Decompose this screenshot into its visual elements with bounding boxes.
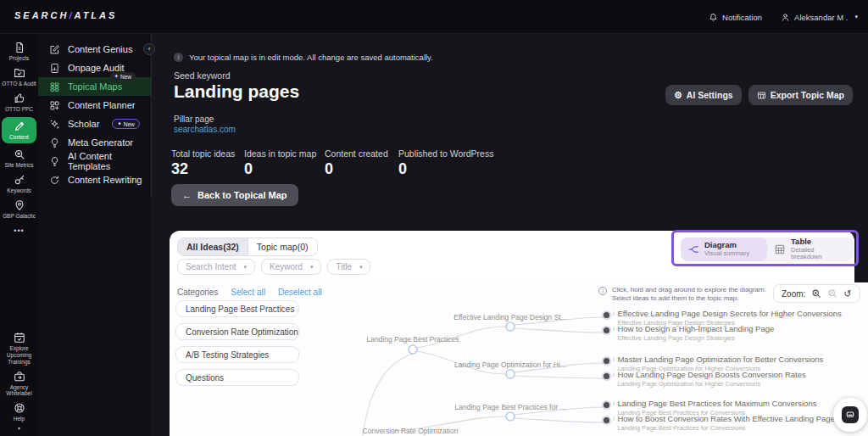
filter-label: Search Intent [186,262,236,271]
sidebar-item-label: Scholar [68,119,99,129]
tree-node-circle[interactable] [409,345,417,354]
rail-item-agency-whitelabel[interactable]: Agency Whitelabel [2,371,36,398]
pillar-page-link[interactable]: searchatlas.com [174,125,236,134]
idea-bullet[interactable] [604,417,609,423]
map-pin-icon [14,199,25,211]
sidebar-item-label: Content Rewriting [68,175,142,185]
idea-row[interactable]: i How to Boost Conversion Rates With Eff… [604,415,839,432]
rail-overflow-button[interactable]: ••• [14,226,24,235]
ai-settings-button[interactable]: ⚙ AI Settings [665,85,742,105]
chevron-down-icon: ▾ [359,264,363,271]
lightbulb-icon [49,156,60,167]
ideas-panel: All Ideas(32) Topic map(0) Search Intent… [170,231,854,282]
lifebuoy-icon [14,402,25,414]
keyword-filter[interactable]: Keyword ▾ [261,259,321,275]
tree-node-label[interactable]: Landing Page Best Practices for ... [455,403,566,411]
idea-row[interactable]: i How to Design a High-Impact Landing Pa… [604,325,774,342]
rail-item-gbp-galactic[interactable]: GBP Galactic [2,199,36,220]
info-icon: i [613,400,614,406]
key-icon [14,174,25,186]
sidebar-collapse-button[interactable]: ‹ [143,43,155,55]
view-toggle: Diagram Visual summary Table Detailed br… [681,238,854,261]
tree-node-circle[interactable] [506,370,515,378]
tree-node-circle[interactable] [506,412,515,421]
rail-label: Help [14,416,25,422]
rail-item-projects[interactable]: Projects [2,42,36,62]
rail-label: OTTO & Audit [2,81,36,87]
user-menu[interactable]: Aleksandar M . ▾ [781,13,858,22]
rail-item-otto-ppc[interactable]: OTTO PPC [2,92,36,113]
tab-all-ideas[interactable]: All Ideas(32) [178,238,248,255]
toggle-table[interactable]: Table Detailed breakdown [767,238,854,261]
tree-node-circle[interactable] [506,322,515,331]
chevron-down-icon: ▾ [854,14,858,20]
rail-item-keywords[interactable]: Keywords [2,174,36,194]
info-icon: i [174,53,183,62]
arrow-left-icon: ← [182,190,192,200]
sidebar-item-ai-content-templates[interactable]: AI Content Templates [38,152,151,170]
diagram-section[interactable]: Categories Select all Deselect all Landi… [170,282,868,436]
sidebar-item-content-planner[interactable]: Content Planner [38,96,151,115]
brand-left: SEARCH [14,10,69,20]
grid-icon [49,81,60,92]
sidebar-item-topical-maps[interactable]: Topical Maps ✦New [38,77,151,96]
idea-title: How to Boost Conversion Rates With Effec… [617,415,838,424]
idea-bullet[interactable] [604,373,609,379]
sidebar-item-content-rewriting[interactable]: Content Rewriting [38,170,151,189]
tree-node-label[interactable]: Conversion Rate Optimization [363,427,459,435]
folder-check-icon [14,67,25,79]
pillar-page-label: Pillar page [174,115,214,124]
stat-content-created: Content created 0 [325,148,388,178]
chat-widget-button[interactable] [833,398,867,432]
toggle-diagram[interactable]: Diagram Visual summary [681,238,767,261]
export-topic-map-button[interactable]: Export Topic Map [748,85,853,105]
briefcase-arrow-icon [14,371,25,383]
idea-bullet[interactable] [604,402,609,408]
rail-item-content[interactable]: Content [2,117,36,143]
tree-node-label[interactable]: Landing Page Optimization for Hi... [454,361,566,369]
sidebar-item-content-genius[interactable]: Content Genius [38,40,151,59]
sidebar-item-label: Content Genius [68,44,132,54]
secondary-sidebar: Content Genius Onpage Audit Topical Maps… [38,34,151,436]
tree-node-label[interactable]: Effective Landing Page Design St... [453,313,567,321]
rail-label: Content [9,134,29,141]
gear-icon: ⚙ [674,91,682,100]
sidebar-item-scholar[interactable]: Scholar ✦New [38,115,151,133]
new-badge: ✦New [112,119,139,129]
rail-label: Agency Whitelabel [2,384,36,398]
rail-item-help[interactable]: Help ▾ [2,402,36,431]
info-icon: i [613,416,614,422]
notification-button[interactable]: Notification [709,13,762,22]
search-intent-filter[interactable]: Search Intent ▾ [177,259,255,275]
chevron-down-icon: ▾ [18,425,20,431]
rail-label: Site Metrics [5,162,34,169]
back-to-topical-map-button[interactable]: ← Back to Topical Map [171,184,298,206]
tree-node-label[interactable]: Landing Page Best Practices [366,335,459,344]
tab-topic-map[interactable]: Topic map(0) [248,238,317,255]
document-icon [14,42,25,53]
sidebar-item-meta-generator[interactable]: Meta Generator [38,133,151,152]
table-icon [757,91,766,100]
rail-item-site-metrics[interactable]: Site Metrics [2,148,36,169]
doc-chart-icon [49,63,60,74]
new-badge-label: New [124,121,135,127]
stat-value: 0 [244,160,316,178]
star-icon: ✦ [114,73,119,80]
stat-label: Published to WordPress [398,148,493,159]
rail-item-otto-audit[interactable]: OTTO & Audit [2,67,36,87]
rail-item-explore-trainings[interactable]: Explore Upcoming Trainings [2,332,36,365]
info-icon: i [613,326,614,332]
stat-label: Total topic ideas [171,148,235,159]
idea-bullet[interactable] [604,327,609,333]
idea-row[interactable]: i How Landing Page Design Boosts Convers… [604,371,806,388]
idea-bullet[interactable] [604,312,609,318]
rail-label: GBP Galactic [3,213,36,220]
idea-title: How Landing Page Design Boosts Conversio… [617,371,805,380]
sidebar-item-label: Meta Generator [68,137,133,148]
sidebar-item-label: Topical Maps [68,81,122,92]
notification-label: Notification [722,13,762,22]
idea-bullet[interactable] [604,358,609,364]
idea-title: Master Landing Page Optimization for Bet… [617,355,823,365]
title-filter[interactable]: Title ▾ [327,259,370,275]
stat-value: 0 [325,160,388,178]
